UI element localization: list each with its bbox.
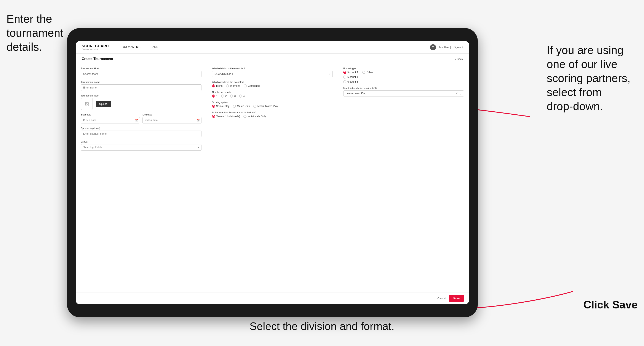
navbar: SCOREBOARD Powered by clippit TOURNAMENT… bbox=[76, 41, 469, 53]
format-other[interactable]: Other bbox=[362, 71, 373, 74]
scoring-match[interactable]: Match Play bbox=[233, 105, 250, 108]
teams-plus-individuals[interactable]: Teams (+Individuals) bbox=[212, 115, 240, 118]
gender-mens[interactable]: Mens bbox=[212, 84, 222, 87]
tournament-logo-label: Tournament logo bbox=[81, 94, 202, 97]
scoring-match-label: Match Play bbox=[237, 105, 250, 108]
format-6count4-radio[interactable] bbox=[343, 76, 346, 79]
scoring-stroke-radio[interactable] bbox=[212, 105, 215, 108]
form-footer: Cancel Save bbox=[76, 292, 469, 304]
individuals-only[interactable]: Individuals Only bbox=[244, 115, 266, 118]
image-icon: 🖼 bbox=[85, 101, 89, 106]
annotation-bottom-right: Click Save bbox=[584, 298, 638, 312]
individuals-only-radio[interactable] bbox=[244, 115, 246, 118]
tab-tournaments[interactable]: TOURNAMENTS bbox=[118, 41, 145, 53]
gender-combined-label: Combined bbox=[248, 84, 260, 87]
tournament-name-input[interactable] bbox=[81, 84, 202, 91]
scoring-label: Scoring system bbox=[212, 101, 333, 104]
rounds-4[interactable]: 4 bbox=[239, 95, 245, 98]
gender-mens-label: Mens bbox=[216, 84, 222, 87]
start-date-input[interactable] bbox=[81, 117, 140, 124]
format-6count4[interactable]: 6 count 4 bbox=[343, 76, 464, 79]
rounds-4-label: 4 bbox=[243, 95, 245, 98]
format-6count5-radio[interactable] bbox=[343, 80, 346, 83]
format-other-radio[interactable] bbox=[362, 71, 365, 74]
scoring-match-radio[interactable] bbox=[233, 105, 236, 108]
rounds-1-radio[interactable] bbox=[212, 95, 215, 98]
gender-combined-radio[interactable] bbox=[244, 84, 247, 87]
live-scoring-label: Use third-party live scoring API? bbox=[343, 87, 464, 89]
logo-text: SCOREBOARD bbox=[82, 44, 109, 48]
form-body: Tournament Host Tournament name Tourname… bbox=[76, 63, 469, 292]
format-type-group: Format type 5 count 4 Other bbox=[343, 67, 464, 83]
rounds-group: Number of rounds 1 2 bbox=[212, 91, 333, 98]
format-6count5-label: 6 count 5 bbox=[348, 80, 358, 83]
division-label: Which division is the event for? bbox=[212, 67, 333, 70]
tournament-name-group: Tournament name bbox=[81, 81, 202, 91]
rounds-2[interactable]: 2 bbox=[221, 95, 227, 98]
rounds-radio-group: 1 2 3 4 bbox=[212, 95, 333, 98]
live-scoring-clear-icon[interactable]: ✕ ⌄ bbox=[456, 92, 462, 95]
tournament-host-group: Tournament Host bbox=[81, 67, 202, 77]
logo-upload-area: 🖼 Upload bbox=[81, 98, 202, 110]
annotation-bottom-center: Select the division and format. bbox=[250, 320, 394, 333]
division-select[interactable]: NCAA Division I bbox=[212, 71, 333, 77]
logo-area: SCOREBOARD Powered by clippit bbox=[82, 44, 109, 50]
live-scoring-group: Use third-party live scoring API? Leader… bbox=[343, 87, 464, 96]
cancel-button[interactable]: Cancel bbox=[437, 297, 446, 300]
teams-plus-radio[interactable] bbox=[212, 115, 215, 118]
format-other-label: Other bbox=[366, 71, 373, 74]
venue-label: Venue bbox=[81, 141, 202, 143]
format-options: 5 count 4 Other 6 count 4 bbox=[343, 71, 464, 83]
format-5count4-radio[interactable] bbox=[343, 71, 346, 74]
end-date-label: End date bbox=[142, 113, 202, 116]
gender-womens-radio[interactable] bbox=[226, 84, 229, 87]
tournament-name-label: Tournament name bbox=[81, 81, 202, 83]
live-scoring-value: Leaderboard King bbox=[346, 92, 366, 95]
gender-womens-label: Womens bbox=[230, 84, 240, 87]
division-group: Which division is the event for? NCAA Di… bbox=[212, 67, 333, 77]
division-select-wrapper: NCAA Division I bbox=[212, 71, 333, 77]
scoring-medal-radio[interactable] bbox=[253, 105, 256, 108]
end-date-input[interactable] bbox=[142, 117, 202, 124]
date-row: Start date End date bbox=[81, 113, 202, 127]
form-col-2: Which division is the event for? NCAA Di… bbox=[207, 63, 338, 292]
teams-label: Is this event for Teams and/or Individua… bbox=[212, 111, 333, 114]
signout-link[interactable]: Sign out bbox=[454, 46, 463, 49]
format-6count5[interactable]: 6 count 5 bbox=[343, 80, 464, 83]
individuals-only-label: Individuals Only bbox=[248, 115, 266, 118]
venue-input[interactable] bbox=[81, 144, 202, 151]
sponsor-label: Sponsor (optional) bbox=[81, 127, 202, 130]
rounds-1[interactable]: 1 bbox=[212, 95, 218, 98]
gender-womens[interactable]: Womens bbox=[226, 84, 240, 87]
back-button[interactable]: ‹ Back bbox=[455, 57, 463, 61]
logo-placeholder: 🖼 bbox=[81, 98, 93, 110]
upload-button[interactable]: Upload bbox=[96, 101, 111, 107]
tournament-host-input[interactable] bbox=[81, 71, 202, 77]
form-col-3: Format type 5 count 4 Other bbox=[338, 63, 469, 292]
scoring-stroke[interactable]: Stroke Play bbox=[212, 105, 229, 108]
logo-sub: Powered by clippit bbox=[82, 48, 109, 50]
rounds-3-radio[interactable] bbox=[230, 95, 233, 98]
rounds-3[interactable]: 3 bbox=[230, 95, 236, 98]
start-date-label: Start date bbox=[81, 113, 140, 116]
live-scoring-box[interactable]: Leaderboard King ✕ ⌄ bbox=[343, 90, 464, 96]
format-5count4[interactable]: 5 count 4 bbox=[343, 71, 358, 74]
tab-teams[interactable]: TEAMS bbox=[145, 41, 162, 53]
format-row-1: 5 count 4 Other bbox=[343, 71, 464, 74]
gender-mens-radio[interactable] bbox=[212, 84, 215, 87]
teams-radio-group: Teams (+Individuals) Individuals Only bbox=[212, 115, 333, 118]
tablet-frame: SCOREBOARD Powered by clippit TOURNAMENT… bbox=[67, 28, 478, 317]
teams-group: Is this event for Teams and/or Individua… bbox=[212, 111, 333, 118]
rounds-1-label: 1 bbox=[216, 95, 218, 98]
end-date-group: End date bbox=[142, 113, 202, 124]
format-type-label: Format type bbox=[343, 67, 464, 70]
save-button[interactable]: Save bbox=[449, 295, 464, 302]
sponsor-input[interactable] bbox=[81, 131, 202, 137]
rounds-4-radio[interactable] bbox=[239, 95, 242, 98]
gender-combined[interactable]: Combined bbox=[244, 84, 260, 87]
venue-group: Venue bbox=[81, 141, 202, 151]
scoring-medal-label: Medal Match Play bbox=[258, 105, 278, 108]
start-date-wrapper bbox=[81, 117, 140, 124]
rounds-2-radio[interactable] bbox=[221, 95, 224, 98]
scoring-medal[interactable]: Medal Match Play bbox=[253, 105, 278, 108]
